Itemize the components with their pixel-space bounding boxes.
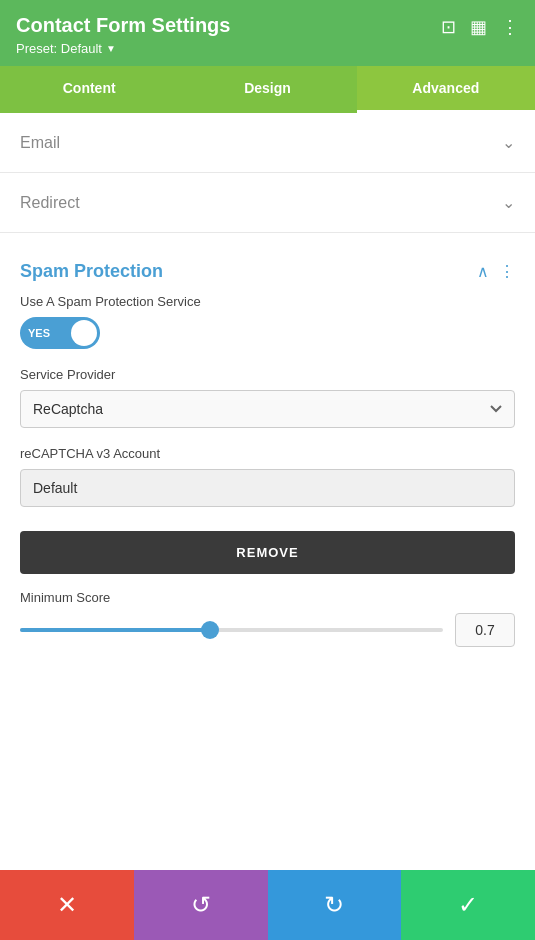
spam-options-icon[interactable]: ⋮ [499, 262, 515, 281]
preset-chevron-icon: ▼ [106, 43, 116, 54]
redo-button[interactable]: ↻ [268, 870, 402, 940]
recaptcha-account-input[interactable] [20, 469, 515, 507]
spam-toggle[interactable]: YES [20, 317, 515, 349]
collapse-spam-icon[interactable]: ∧ [477, 262, 489, 281]
main-content: Email ⌄ Redirect ⌄ Spam Protection ∧ ⋮ U… [0, 113, 535, 873]
score-slider-fill [20, 628, 210, 632]
score-value-input[interactable] [455, 613, 515, 647]
use-spam-label: Use A Spam Protection Service [20, 294, 515, 309]
redirect-section-toggle[interactable]: Redirect ⌄ [0, 173, 535, 233]
undo-button[interactable]: ↺ [134, 870, 268, 940]
score-slider-track[interactable] [20, 628, 443, 632]
redirect-chevron-icon: ⌄ [502, 193, 515, 212]
more-options-icon[interactable]: ⋮ [501, 18, 519, 36]
toggle-yes-label: YES [28, 327, 50, 339]
header-left: Contact Form Settings Preset: Default ▼ [16, 14, 230, 56]
cancel-button[interactable]: ✕ [0, 870, 134, 940]
spam-section-title: Spam Protection [20, 261, 163, 282]
minimum-score-label: Minimum Score [20, 590, 515, 605]
layout-icon[interactable]: ▦ [470, 18, 487, 36]
remove-button[interactable]: REMOVE [20, 531, 515, 574]
tab-content[interactable]: Content [0, 66, 178, 113]
score-slider-row [20, 613, 515, 647]
preset-label: Preset: Default [16, 41, 102, 56]
redirect-section-label: Redirect [20, 194, 80, 212]
tab-bar: Content Design Advanced [0, 66, 535, 113]
score-slider-thumb[interactable] [201, 621, 219, 639]
undo-icon: ↺ [191, 891, 211, 919]
spam-protection-section: Spam Protection ∧ ⋮ Use A Spam Protectio… [0, 243, 535, 647]
email-chevron-icon: ⌄ [502, 133, 515, 152]
tab-advanced[interactable]: Advanced [357, 66, 535, 113]
section-header-actions: ∧ ⋮ [477, 262, 515, 281]
use-spam-protection-field: Use A Spam Protection Service YES [20, 294, 515, 349]
save-button[interactable]: ✓ [401, 870, 535, 940]
service-provider-field: Service Provider ReCaptcha hCaptcha Akis… [20, 367, 515, 428]
recaptcha-account-field: reCAPTCHA v3 Account [20, 446, 515, 507]
spam-section-header: Spam Protection ∧ ⋮ [20, 243, 515, 294]
service-provider-select[interactable]: ReCaptcha hCaptcha Akismet [20, 390, 515, 428]
toggle-thumb [71, 320, 97, 346]
responsive-preview-icon[interactable]: ⊡ [441, 18, 456, 36]
minimum-score-field: Minimum Score [20, 590, 515, 647]
email-section-label: Email [20, 134, 60, 152]
redo-icon: ↻ [324, 891, 344, 919]
cancel-icon: ✕ [57, 891, 77, 919]
recaptcha-account-label: reCAPTCHA v3 Account [20, 446, 515, 461]
preset-selector[interactable]: Preset: Default ▼ [16, 41, 230, 56]
email-section-toggle[interactable]: Email ⌄ [0, 113, 535, 173]
toggle-track[interactable]: YES [20, 317, 100, 349]
page-title: Contact Form Settings [16, 14, 230, 37]
bottom-toolbar: ✕ ↺ ↻ ✓ [0, 870, 535, 940]
save-icon: ✓ [458, 891, 478, 919]
tab-design[interactable]: Design [178, 66, 356, 113]
header-actions: ⊡ ▦ ⋮ [441, 14, 519, 36]
service-provider-label: Service Provider [20, 367, 515, 382]
header: Contact Form Settings Preset: Default ▼ … [0, 0, 535, 66]
